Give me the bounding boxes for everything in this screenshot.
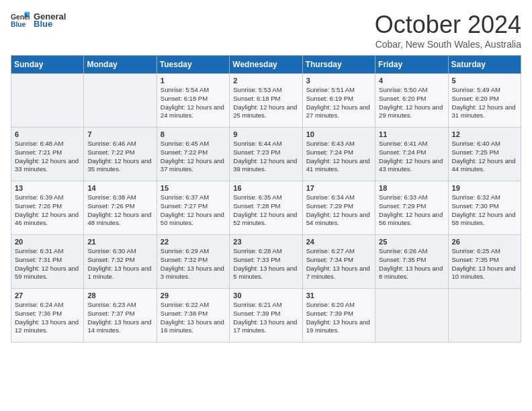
cell-content: Sunrise: 6:46 AM Sunset: 7:22 PM Dayligh… xyxy=(87,140,152,174)
cell-content: Sunrise: 6:22 AM Sunset: 7:38 PM Dayligh… xyxy=(161,301,226,335)
day-number: 16 xyxy=(233,184,298,192)
day-number: 17 xyxy=(306,184,371,192)
calendar-cell: 17Sunrise: 6:34 AM Sunset: 7:29 PM Dayli… xyxy=(302,181,375,235)
calendar-cell: 2Sunrise: 5:53 AM Sunset: 6:18 PM Daylig… xyxy=(230,74,302,128)
calendar-week-row: 6Sunrise: 6:48 AM Sunset: 7:21 PM Daylig… xyxy=(11,128,521,181)
day-number: 31 xyxy=(306,291,371,300)
calendar-cell xyxy=(11,74,84,128)
day-number: 8 xyxy=(161,130,226,138)
calendar-cell: 30Sunrise: 6:21 AM Sunset: 7:39 PM Dayli… xyxy=(230,289,302,342)
calendar-cell: 22Sunrise: 6:29 AM Sunset: 7:32 PM Dayli… xyxy=(157,235,229,289)
calendar-cell: 4Sunrise: 5:50 AM Sunset: 6:20 PM Daylig… xyxy=(375,74,448,128)
cell-content: Sunrise: 6:48 AM Sunset: 7:21 PM Dayligh… xyxy=(15,140,80,174)
day-number: 6 xyxy=(15,130,80,138)
calendar-cell xyxy=(448,289,521,342)
calendar-cell: 6Sunrise: 6:48 AM Sunset: 7:21 PM Daylig… xyxy=(11,128,84,181)
calendar-cell: 7Sunrise: 6:46 AM Sunset: 7:22 PM Daylig… xyxy=(84,128,157,181)
cell-content: Sunrise: 6:29 AM Sunset: 7:32 PM Dayligh… xyxy=(161,247,226,281)
cell-content: Sunrise: 6:21 AM Sunset: 7:39 PM Dayligh… xyxy=(233,301,298,335)
cell-content: Sunrise: 6:37 AM Sunset: 7:27 PM Dayligh… xyxy=(161,193,226,228)
col-header-sunday: Sunday xyxy=(11,56,84,74)
cell-content: Sunrise: 6:43 AM Sunset: 7:24 PM Dayligh… xyxy=(306,140,371,174)
cell-content: Sunrise: 5:49 AM Sunset: 6:20 PM Dayligh… xyxy=(452,86,517,120)
day-number: 21 xyxy=(87,238,152,246)
day-number: 28 xyxy=(87,291,152,300)
calendar-cell: 8Sunrise: 6:45 AM Sunset: 7:22 PM Daylig… xyxy=(157,128,229,181)
day-number: 2 xyxy=(233,77,298,85)
calendar-header-row: SundayMondayTuesdayWednesdayThursdayFrid… xyxy=(11,56,521,74)
day-number: 15 xyxy=(161,184,226,192)
svg-text:Blue: Blue xyxy=(11,21,26,28)
day-number: 30 xyxy=(233,291,298,300)
logo: General Blue General Blue xyxy=(11,11,66,30)
calendar-cell: 1Sunrise: 5:54 AM Sunset: 6:18 PM Daylig… xyxy=(157,74,229,128)
cell-content: Sunrise: 6:25 AM Sunset: 7:35 PM Dayligh… xyxy=(452,247,517,281)
calendar-cell xyxy=(84,74,157,128)
calendar-cell: 20Sunrise: 6:31 AM Sunset: 7:31 PM Dayli… xyxy=(11,235,84,289)
calendar-week-row: 13Sunrise: 6:39 AM Sunset: 7:26 PM Dayli… xyxy=(11,181,521,235)
cell-content: Sunrise: 6:26 AM Sunset: 7:35 PM Dayligh… xyxy=(379,247,444,281)
calendar-cell: 29Sunrise: 6:22 AM Sunset: 7:38 PM Dayli… xyxy=(157,289,229,342)
day-number: 18 xyxy=(379,184,444,192)
calendar-cell: 31Sunrise: 6:20 AM Sunset: 7:39 PM Dayli… xyxy=(302,289,375,342)
cell-content: Sunrise: 5:50 AM Sunset: 6:20 PM Dayligh… xyxy=(379,86,444,120)
page-header: General Blue General Blue October 2024 C… xyxy=(11,11,521,50)
calendar-cell: 16Sunrise: 6:35 AM Sunset: 7:28 PM Dayli… xyxy=(230,181,302,235)
cell-content: Sunrise: 6:35 AM Sunset: 7:28 PM Dayligh… xyxy=(233,193,298,228)
cell-content: Sunrise: 6:23 AM Sunset: 7:37 PM Dayligh… xyxy=(87,301,152,335)
col-header-friday: Friday xyxy=(375,56,448,74)
day-number: 29 xyxy=(161,291,226,300)
day-number: 4 xyxy=(379,77,444,85)
day-number: 27 xyxy=(15,291,80,300)
cell-content: Sunrise: 5:51 AM Sunset: 6:19 PM Dayligh… xyxy=(306,86,371,120)
cell-content: Sunrise: 5:54 AM Sunset: 6:18 PM Dayligh… xyxy=(161,86,226,120)
calendar-cell: 25Sunrise: 6:26 AM Sunset: 7:35 PM Dayli… xyxy=(375,235,448,289)
col-header-monday: Monday xyxy=(84,56,157,74)
day-number: 3 xyxy=(306,77,371,85)
calendar-cell: 27Sunrise: 6:24 AM Sunset: 7:36 PM Dayli… xyxy=(11,289,84,342)
calendar-week-row: 20Sunrise: 6:31 AM Sunset: 7:31 PM Dayli… xyxy=(11,235,521,289)
calendar-week-row: 27Sunrise: 6:24 AM Sunset: 7:36 PM Dayli… xyxy=(11,289,521,342)
cell-content: Sunrise: 6:45 AM Sunset: 7:22 PM Dayligh… xyxy=(161,140,226,174)
cell-content: Sunrise: 6:33 AM Sunset: 7:29 PM Dayligh… xyxy=(379,193,444,228)
cell-content: Sunrise: 5:53 AM Sunset: 6:18 PM Dayligh… xyxy=(233,86,298,120)
calendar-table: SundayMondayTuesdayWednesdayThursdayFrid… xyxy=(11,55,521,342)
cell-content: Sunrise: 6:28 AM Sunset: 7:33 PM Dayligh… xyxy=(233,247,298,281)
day-number: 13 xyxy=(15,184,80,192)
cell-content: Sunrise: 6:27 AM Sunset: 7:34 PM Dayligh… xyxy=(306,247,371,281)
calendar-cell: 28Sunrise: 6:23 AM Sunset: 7:37 PM Dayli… xyxy=(84,289,157,342)
cell-content: Sunrise: 6:32 AM Sunset: 7:30 PM Dayligh… xyxy=(452,193,517,228)
day-number: 14 xyxy=(87,184,152,192)
day-number: 11 xyxy=(379,130,444,138)
day-number: 9 xyxy=(233,130,298,138)
col-header-wednesday: Wednesday xyxy=(230,56,302,74)
calendar-cell: 12Sunrise: 6:40 AM Sunset: 7:25 PM Dayli… xyxy=(448,128,521,181)
calendar-cell: 24Sunrise: 6:27 AM Sunset: 7:34 PM Dayli… xyxy=(302,235,375,289)
calendar-cell: 10Sunrise: 6:43 AM Sunset: 7:24 PM Dayli… xyxy=(302,128,375,181)
col-header-tuesday: Tuesday xyxy=(157,56,229,74)
day-number: 19 xyxy=(452,184,517,192)
col-header-saturday: Saturday xyxy=(448,56,521,74)
day-number: 12 xyxy=(452,130,517,138)
calendar-cell: 9Sunrise: 6:44 AM Sunset: 7:23 PM Daylig… xyxy=(230,128,302,181)
calendar-cell: 19Sunrise: 6:32 AM Sunset: 7:30 PM Dayli… xyxy=(448,181,521,235)
calendar-cell: 15Sunrise: 6:37 AM Sunset: 7:27 PM Dayli… xyxy=(157,181,229,235)
calendar-cell: 13Sunrise: 6:39 AM Sunset: 7:26 PM Dayli… xyxy=(11,181,84,235)
calendar-cell: 18Sunrise: 6:33 AM Sunset: 7:29 PM Dayli… xyxy=(375,181,448,235)
calendar-cell xyxy=(375,289,448,342)
day-number: 26 xyxy=(452,238,517,246)
day-number: 1 xyxy=(161,77,226,85)
day-number: 10 xyxy=(306,130,371,138)
day-number: 25 xyxy=(379,238,444,246)
cell-content: Sunrise: 6:24 AM Sunset: 7:36 PM Dayligh… xyxy=(15,301,80,335)
cell-content: Sunrise: 6:31 AM Sunset: 7:31 PM Dayligh… xyxy=(15,247,80,281)
cell-content: Sunrise: 6:30 AM Sunset: 7:32 PM Dayligh… xyxy=(87,247,152,281)
calendar-cell: 26Sunrise: 6:25 AM Sunset: 7:35 PM Dayli… xyxy=(448,235,521,289)
calendar-week-row: 1Sunrise: 5:54 AM Sunset: 6:18 PM Daylig… xyxy=(11,74,521,128)
cell-content: Sunrise: 6:39 AM Sunset: 7:26 PM Dayligh… xyxy=(15,193,80,228)
location-subtitle: Cobar, New South Wales, Australia xyxy=(375,39,521,50)
calendar-cell: 3Sunrise: 5:51 AM Sunset: 6:19 PM Daylig… xyxy=(302,74,375,128)
day-number: 7 xyxy=(87,130,152,138)
day-number: 24 xyxy=(306,238,371,246)
day-number: 20 xyxy=(15,238,80,246)
